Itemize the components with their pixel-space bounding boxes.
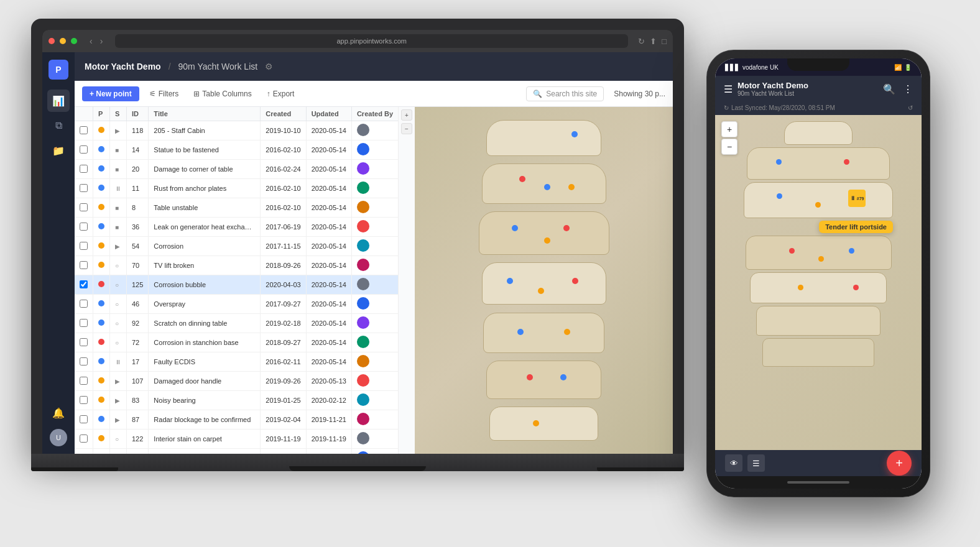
table-row[interactable]: ○125Corrosion bubble2020-04-032020-05-14 [75, 275, 398, 295]
col-priority[interactable]: P [93, 107, 110, 121]
share-icon[interactable]: ⬆ [650, 37, 657, 46]
settings-icon[interactable]: ⚙ [265, 62, 273, 71]
title-cell[interactable]: Rust from anchor plates [149, 179, 261, 198]
table-row[interactable]: ■20Damage to corner of table2016-02-2420… [75, 160, 398, 179]
app-logo: P [49, 60, 68, 80]
title-cell[interactable]: TV lift broken [149, 256, 261, 275]
row-checkbox[interactable] [80, 126, 88, 134]
phone-marker[interactable]: ⏸#79 [848, 190, 866, 207]
table-row[interactable]: ▶107Damaged door handle2019-09-262020-05… [75, 372, 398, 391]
row-checkbox[interactable] [80, 145, 88, 154]
title-cell[interactable]: Scratch on dinning table [149, 314, 261, 333]
user-avatar[interactable]: U [50, 429, 67, 446]
title-cell[interactable]: Overspray [149, 295, 261, 314]
back-button[interactable]: ‹ [87, 35, 95, 47]
row-checkbox[interactable] [80, 184, 88, 192]
row-checkbox[interactable] [80, 338, 88, 346]
hamburger-icon[interactable]: ☰ [724, 83, 733, 95]
col-id[interactable]: ID [127, 107, 149, 121]
table-row[interactable]: ▶87Radar blockage to be confirmed2019-02… [75, 410, 398, 430]
table-row[interactable]: ▶54Corrosion2017-11-152020-05-14 [75, 237, 398, 256]
title-cell[interactable]: Radar blockage to be confirmed [149, 410, 261, 430]
status-icon: ○ [115, 436, 119, 443]
title-cell[interactable]: Corrosion [149, 237, 261, 256]
row-checkbox-cell [75, 140, 93, 160]
title-cell[interactable]: Faulty ECDIS [149, 352, 261, 372]
title-cell[interactable]: Interior stain on carpet [149, 430, 261, 449]
sidebar-icon-layers[interactable]: ⧉ [47, 114, 70, 137]
title-cell[interactable]: Leak on generator heat exchanger [149, 218, 261, 237]
table-row[interactable]: ○46Overspray2017-09-272020-05-14 [75, 295, 398, 314]
table-columns-button[interactable]: ⊞ Table Columns [188, 87, 256, 101]
fullscreen-btn[interactable] [71, 38, 77, 44]
table-row[interactable]: ▶83Noisy bearing2019-01-252020-02-12 [75, 391, 398, 410]
title-cell[interactable]: Noisy bearing [149, 391, 261, 410]
table-row[interactable]: ○122Interior stain on carpet2019-11-1920… [75, 430, 398, 449]
refresh-icon[interactable]: ↺ [908, 104, 913, 111]
created-cell: 2019-01-25 [261, 391, 306, 410]
row-checkbox[interactable] [80, 319, 88, 327]
title-cell[interactable]: Damage to corner of table [149, 160, 261, 179]
creator-avatar [357, 355, 369, 367]
row-checkbox[interactable] [80, 203, 88, 211]
scroll-down-button[interactable]: − [401, 123, 412, 134]
table-row[interactable]: ⏸65Damaged teak2018-02-072019-10-22 [75, 449, 398, 454]
new-tab-icon[interactable]: □ [662, 37, 667, 46]
title-cell[interactable]: Corrosion bubble [149, 275, 261, 295]
list-icon[interactable]: ☰ [747, 454, 765, 472]
url-bar[interactable]: app.pinpointworks.com [115, 34, 628, 48]
zoom-out-button[interactable]: − [721, 139, 737, 155]
priority-dot [98, 358, 104, 364]
table-row[interactable]: ▶118205 - Staff Cabin2019-10-102020-05-1… [75, 121, 398, 140]
camera-icon[interactable]: 👁 [725, 454, 742, 472]
title-cell[interactable]: Damaged door handle [149, 372, 261, 391]
phone-more-icon[interactable]: ⋮ [903, 83, 913, 95]
new-point-button[interactable]: + New point [82, 86, 139, 101]
forward-button[interactable]: › [98, 35, 106, 47]
title-cell[interactable]: Table unstable [149, 198, 261, 218]
row-checkbox[interactable] [80, 377, 88, 385]
sidebar-icon-bell[interactable]: 🔔 [47, 402, 70, 424]
sidebar-icon-folder[interactable]: 📁 [47, 139, 70, 162]
scroll-up-button[interactable]: + [401, 109, 412, 121]
phone-search-icon[interactable]: 🔍 [883, 83, 895, 95]
export-button[interactable]: ↑ Export [262, 87, 300, 101]
search-bar[interactable]: 🔍 Search this site [526, 86, 604, 101]
zoom-in-button[interactable]: + [721, 121, 737, 137]
row-checkbox[interactable] [80, 223, 88, 231]
row-checkbox[interactable] [80, 165, 88, 173]
table-row[interactable]: ○72Corrosion in stanchion base2018-09-27… [75, 333, 398, 352]
row-checkbox[interactable] [80, 396, 88, 404]
row-checkbox[interactable] [80, 434, 88, 443]
row-checkbox[interactable] [80, 242, 88, 250]
sidebar-icon-charts[interactable]: 📊 [47, 90, 70, 112]
title-cell[interactable]: Corrosion in stanchion base [149, 333, 261, 352]
filters-button[interactable]: ⚟ Filters [144, 87, 184, 101]
title-cell[interactable]: 205 - Staff Cabin [149, 121, 261, 140]
row-checkbox[interactable] [80, 280, 88, 288]
row-checkbox[interactable] [80, 357, 88, 365]
title-cell[interactable]: Statue to be fastened [149, 140, 261, 160]
table-row[interactable]: ⏸17Faulty ECDIS2016-02-112020-05-14 [75, 352, 398, 372]
id-cell: 118 [127, 121, 149, 140]
add-point-fab[interactable]: + [887, 451, 912, 476]
col-title[interactable]: Title [149, 107, 261, 121]
col-status[interactable]: S [110, 107, 127, 121]
col-updated[interactable]: Updated [306, 107, 351, 121]
col-created-by[interactable]: Created By [351, 107, 398, 121]
row-checkbox[interactable] [80, 300, 88, 308]
col-created[interactable]: Created [261, 107, 306, 121]
table-row[interactable]: ○70TV lift broken2018-09-262020-05-14 [75, 256, 398, 275]
created-by-cell [351, 314, 398, 333]
table-row[interactable]: ○92Scratch on dinning table2019-02-18202… [75, 314, 398, 333]
table-row[interactable]: ■14Statue to be fastened2016-02-102020-0… [75, 140, 398, 160]
reload-button[interactable]: ↻ [638, 37, 645, 46]
title-cell[interactable]: Damaged teak [149, 449, 261, 454]
close-btn[interactable] [49, 38, 55, 44]
table-row[interactable]: ⏸11Rust from anchor plates2016-02-102020… [75, 179, 398, 198]
row-checkbox[interactable] [80, 261, 88, 269]
minimize-btn[interactable] [60, 38, 66, 44]
table-row[interactable]: ■8Table unstable2016-02-102020-05-14 [75, 198, 398, 218]
table-row[interactable]: ■36Leak on generator heat exchanger2017-… [75, 218, 398, 237]
row-checkbox[interactable] [80, 415, 88, 423]
